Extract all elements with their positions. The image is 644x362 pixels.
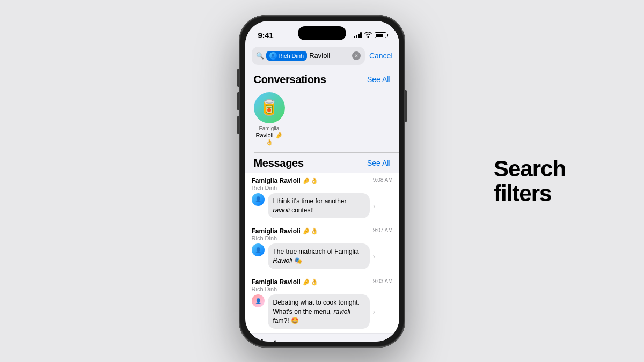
message-row-names: Famiglia Ravioli 🤌👌 Rich Dinh <box>252 177 319 191</box>
photos-section: Photos See All 👤 👤 <box>245 334 399 341</box>
message-sender: Rich Dinh <box>252 184 319 191</box>
highlight-ravioli: ravioli <box>334 308 350 315</box>
signal-bars-icon <box>354 32 362 38</box>
messages-header: Messages See All <box>245 153 399 173</box>
message-sender: Rich Dinh <box>252 286 319 292</box>
conversations-section: Conversations See All 🥫 Famiglia Ravioli… <box>245 69 399 152</box>
message-avatar: 👤 <box>252 294 265 307</box>
status-time: 9:41 <box>258 31 274 40</box>
photos-see-all[interactable]: See All <box>367 340 391 342</box>
search-filters-label: Search filters <box>494 156 612 205</box>
battery-icon <box>375 32 386 38</box>
messages-see-all[interactable]: See All <box>367 159 391 167</box>
content-scroll[interactable]: Conversations See All 🥫 Famiglia Ravioli… <box>245 69 399 342</box>
messages-section: Messages See All Famiglia Ravioli 🤌👌 Ric… <box>245 153 399 334</box>
highlight-ravioli: Ravioli <box>273 257 292 264</box>
table-row[interactable]: Famiglia Ravioli 🤌👌 Rich Dinh 9:03 AM 👤 … <box>245 274 399 334</box>
message-bubble: Debating what to cook tonight. What's on… <box>268 294 370 329</box>
search-clear-button[interactable]: ✕ <box>352 51 361 60</box>
message-bubble-row: 👤 The true matriarch of Famiglia Ravioli… <box>252 243 393 269</box>
famiglia-name: Famiglia <box>254 125 285 132</box>
message-row-names: Famiglia Ravioli 🤌👌 Rich Dinh <box>252 278 319 292</box>
famiglia-avatar-emoji: 🥫 <box>260 100 279 115</box>
message-row-header: Famiglia Ravioli 🤌👌 Rich Dinh 9:07 AM <box>252 227 393 241</box>
message-sender: Rich Dinh <box>252 235 319 241</box>
list-item[interactable]: 🥫 Famiglia Ravioli 🤌👌 <box>254 92 285 146</box>
conversations-title: Conversations <box>254 73 326 86</box>
search-chip[interactable]: 👤 Rich Dinh <box>266 51 308 61</box>
famiglia-subtitle: Ravioli 🤌👌 <box>254 132 285 146</box>
chevron-right-icon: › <box>373 202 376 210</box>
wifi-icon <box>364 32 372 39</box>
conversations-list: 🥫 Famiglia Ravioli 🤌👌 <box>245 89 399 152</box>
chevron-right-icon: › <box>373 252 376 261</box>
conversations-header: Conversations See All <box>245 69 399 89</box>
highlight-ravioli: ravioli <box>273 206 290 214</box>
message-group-name: Famiglia Ravioli 🤌👌 <box>252 177 319 184</box>
phone-frame: 9:41 <box>239 15 405 348</box>
message-avatar: 👤 <box>252 243 265 256</box>
photos-title: Photos <box>254 338 289 341</box>
conversations-see-all[interactable]: See All <box>367 75 391 84</box>
status-icons <box>354 32 386 39</box>
message-row-header: Famiglia Ravioli 🤌👌 Rich Dinh 9:08 AM <box>252 177 393 191</box>
dynamic-island <box>298 26 346 40</box>
table-row[interactable]: Famiglia Ravioli 🤌👌 Rich Dinh 9:07 AM 👤 … <box>245 223 399 274</box>
search-bar-container: 🔍 👤 Rich Dinh Ravioli ✕ Cancel <box>245 45 399 69</box>
message-group-name: Famiglia Ravioli 🤌👌 <box>252 227 319 235</box>
message-bubble: I think it's time for another ravioli co… <box>268 193 370 219</box>
search-icon: 🔍 <box>256 52 264 60</box>
search-bar[interactable]: 🔍 👤 Rich Dinh Ravioli ✕ <box>252 47 365 65</box>
message-row-header: Famiglia Ravioli 🤌👌 Rich Dinh 9:03 AM <box>252 278 393 292</box>
search-chip-name: Rich Dinh <box>279 53 304 59</box>
phone-screen: 9:41 <box>245 21 399 342</box>
table-row[interactable]: Famiglia Ravioli 🤌👌 Rich Dinh 9:08 AM 👤 … <box>245 173 399 224</box>
message-time: 9:07 AM <box>373 227 393 233</box>
message-row-names: Famiglia Ravioli 🤌👌 Rich Dinh <box>252 227 319 241</box>
famiglia-avatar: 🥫 <box>254 92 285 123</box>
message-bubble-row: 👤 I think it's time for another ravioli … <box>252 193 393 219</box>
search-chip-avatar: 👤 <box>269 52 277 60</box>
messages-title: Messages <box>254 157 304 169</box>
message-bubble-row: 👤 Debating what to cook tonight. What's … <box>252 294 393 329</box>
page-container: 9:41 <box>0 0 644 362</box>
message-group-name: Famiglia Ravioli 🤌👌 <box>252 278 319 286</box>
photos-header: Photos See All <box>245 334 399 341</box>
message-time: 9:03 AM <box>373 278 393 284</box>
search-query[interactable]: Ravioli <box>309 51 350 60</box>
message-bubble: The true matriarch of Famiglia Ravioli 🎭 <box>268 243 370 269</box>
chevron-right-icon: › <box>373 307 376 316</box>
message-time: 9:08 AM <box>373 177 393 183</box>
cancel-button[interactable]: Cancel <box>369 51 393 60</box>
message-avatar: 👤 <box>252 193 265 206</box>
status-bar: 9:41 <box>245 21 399 45</box>
